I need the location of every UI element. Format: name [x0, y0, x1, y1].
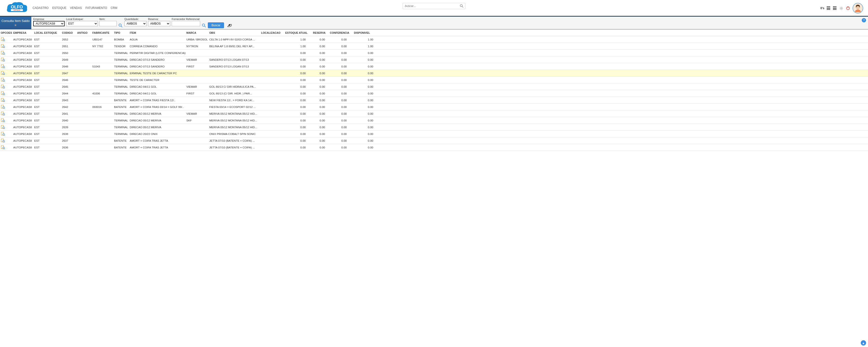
cell: 0.00 [285, 105, 313, 108]
svg-text:SOFTWARE: SOFTWARE [13, 9, 21, 11]
input-fornecedor[interactable] [172, 21, 200, 26]
row-detail-icon[interactable] [1, 66, 5, 69]
table-row[interactable]: AUTOPECAS8EST2639TERMINALDIRECAO 05/12 M… [0, 124, 868, 131]
row-detail-icon[interactable] [1, 39, 5, 42]
menu-faturamento[interactable]: FATURAMENTO [86, 6, 107, 10]
row-detail-icon[interactable] [1, 140, 5, 143]
search-icon[interactable] [460, 4, 464, 8]
col-header[interactable]: DISPONIVEL [354, 31, 377, 34]
table-row[interactable]: AUTOPECAS8EST2637BATENTEAMORT + COIFA TR… [0, 137, 868, 144]
table-row[interactable]: AUTOPECAS8EST2649TERMINALDIRECAO 07/13 S… [0, 56, 868, 63]
cell: AMORT + COIFA TRAS JETTA [130, 139, 186, 142]
cell: 0.00 [354, 105, 377, 108]
cell: 0.00 [313, 112, 330, 115]
row-detail-icon[interactable] [1, 120, 5, 123]
col-header[interactable]: LOCALIZACAO [261, 31, 285, 34]
col-header[interactable]: LOCAL ESTOQUE [34, 31, 62, 34]
help-icon[interactable]: ? [862, 18, 866, 23]
filter-bar: Consulta Item Saldo ★ Empresa: AUTOPECAS… [0, 17, 868, 29]
apps-grid-icon-2[interactable] [833, 6, 837, 10]
table-row[interactable]: AUTOPECAS8EST2650TERMINALPERMITIR DIGITA… [0, 50, 868, 56]
row-detail-icon[interactable] [1, 100, 5, 103]
row-detail-icon[interactable] [1, 80, 5, 83]
cell: 0.00 [330, 126, 354, 129]
menu-estoque[interactable]: ESTOQUE [52, 6, 66, 10]
row-detail-icon[interactable] [1, 53, 5, 56]
cell: DIRECAO 07/13 SANDERO [130, 65, 186, 68]
fornecedor-search-icon[interactable] [202, 23, 207, 28]
global-search-input[interactable] [403, 3, 465, 9]
select-local-estoque[interactable]: EST [66, 21, 98, 26]
cell: 0.00 [313, 58, 330, 61]
apps-grid-icon[interactable] [827, 6, 831, 10]
cell: 0.00 [354, 65, 377, 68]
main-menu: CADASTROESTOQUEVENDASFATURAMENTOCRM [33, 6, 117, 10]
col-header[interactable]: ESTOQUE ATUAL [285, 31, 313, 34]
cell: AUTOPECAS8 [13, 112, 34, 115]
col-header[interactable]: ANTIGO [77, 31, 92, 34]
row-detail-icon[interactable] [1, 73, 5, 76]
table-row[interactable]: AUTOPECAS8EST2641TERMINALDIRECAO 05/12 M… [0, 111, 868, 117]
cell: 2637 [62, 139, 77, 142]
gear-icon[interactable] [839, 6, 843, 10]
table-row[interactable]: AUTOPECAS8EST2651NY 7782TENSORCORREIA CO… [0, 43, 868, 50]
cell: 1.00 [354, 38, 377, 41]
user-avatar[interactable] [852, 3, 863, 13]
os-counter[interactable]: 0's [820, 6, 824, 10]
label-fornecedor: Fornecedor Referencial: [172, 18, 200, 21]
menu-cadastro[interactable]: CADASTRO [33, 6, 49, 10]
cell: 0.00 [354, 139, 377, 142]
cell: 0.00 [330, 45, 354, 48]
row-detail-icon[interactable] [1, 93, 5, 96]
table-row[interactable]: AUTOPECAS8EST2646TERMINALTESTE DE CARACT… [0, 76, 868, 83]
svg-text:OLFO: OLFO [11, 5, 23, 9]
cell: 0.00 [285, 126, 313, 129]
col-header[interactable]: EMPRESA [13, 31, 34, 34]
cell: 41006 [92, 92, 114, 95]
row-detail-icon[interactable] [1, 86, 5, 89]
col-header[interactable]: MARCA [186, 31, 209, 34]
menu-crm[interactable]: CRM [111, 6, 117, 10]
cell: 0.00 [354, 112, 377, 115]
table-row[interactable]: AUTOPECAS8EST2642093016BATENTEAMORT + CO… [0, 104, 868, 111]
col-header[interactable]: TIPO [114, 31, 130, 34]
table-row[interactable]: AUTOPECAS8EST2643BATENTEAMORT + COIFA TR… [0, 97, 868, 104]
item-search-icon[interactable] [118, 23, 123, 28]
col-header[interactable]: RESERVA [313, 31, 330, 34]
col-header[interactable]: OBS [209, 31, 261, 34]
select-empresa[interactable]: AUTOPECAS8 [33, 21, 65, 26]
select-reserva[interactable]: AMBOS [148, 21, 170, 26]
row-detail-icon[interactable] [1, 127, 5, 130]
cell: 0.00 [354, 78, 377, 82]
favorite-star-icon[interactable]: ★ [14, 23, 17, 27]
row-detail-icon[interactable] [1, 133, 5, 136]
svg-point-6 [841, 7, 842, 9]
row-detail-icon[interactable] [1, 59, 5, 62]
select-quantidade[interactable]: AMBOS [124, 21, 147, 26]
table-row[interactable]: AUTOPECAS8EST2636BATENTEAMORT + COIFA TR… [0, 144, 868, 151]
row-detail-icon[interactable] [1, 46, 5, 49]
table-row[interactable]: AUTOPECAS8EST264851043TERMINALDIRECAO 07… [0, 63, 868, 70]
table-row[interactable]: AUTOPECAS8EST264441006TERMINALDIRECAO 84… [0, 90, 868, 97]
buscar-button[interactable]: Buscar [208, 23, 224, 28]
power-icon[interactable] [846, 6, 850, 10]
eraser-icon[interactable] [227, 23, 232, 28]
col-header[interactable]: CODIGO [62, 31, 77, 34]
table-row[interactable]: AUTOPECAS8EST2652UB0147BOMBAAGUAURBA / B… [0, 36, 868, 43]
row-detail-icon[interactable] [1, 113, 5, 116]
col-header[interactable]: FABRICANTE [92, 31, 114, 34]
cell: AUTOPECAS8 [13, 132, 34, 135]
col-header[interactable]: ITEM [130, 31, 186, 34]
col-header[interactable]: CONFERENCIA [330, 31, 354, 34]
cell: EST [34, 58, 62, 61]
col-header[interactable]: OPCOES [1, 31, 13, 34]
table-row[interactable]: AUTOPECAS8EST2645TERMINAL DIRECAO 84/11 … [0, 83, 868, 90]
cell: FIRST [186, 92, 209, 95]
table-row[interactable]: AUTOPECAS8EST2638TERMINALDIRECAO 20/22 O… [0, 131, 868, 137]
table-row[interactable]: AUTOPECAS8EST2647TERMINALERMINAL TESTE D… [0, 70, 868, 76]
table-row[interactable]: AUTOPECAS8EST2640TERMINALDIRECAO 05/12 M… [0, 117, 868, 124]
input-item[interactable] [99, 21, 117, 26]
row-detail-icon[interactable] [1, 147, 5, 150]
row-detail-icon[interactable] [1, 106, 5, 109]
menu-vendas[interactable]: VENDAS [70, 6, 82, 10]
